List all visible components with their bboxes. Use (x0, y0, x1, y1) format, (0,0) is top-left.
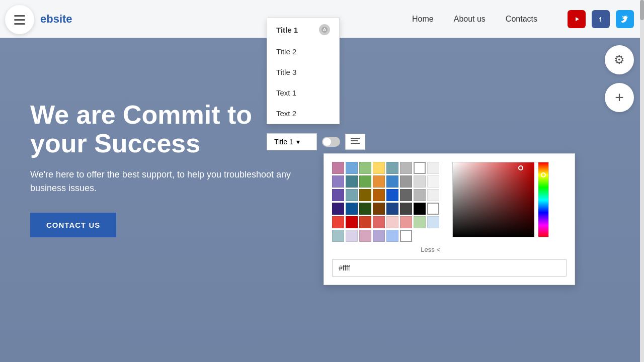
hex-color-input[interactable] (332, 259, 567, 277)
color-swatch[interactable] (359, 175, 371, 188)
color-swatch[interactable] (400, 230, 412, 242)
align-icon[interactable] (345, 134, 365, 150)
scrollbar[interactable] (640, 0, 644, 362)
contact-us-button[interactable]: CONTACT US (30, 213, 116, 237)
dropdown-item-title3[interactable]: Title 3 (267, 62, 339, 82)
color-swatch[interactable] (373, 175, 385, 188)
color-swatch[interactable] (346, 175, 358, 188)
color-swatch[interactable] (359, 162, 371, 174)
gradient-canvas[interactable] (452, 162, 549, 237)
dropdown-item-title1[interactable]: Title 1 (267, 18, 339, 41)
gradient-picker-section (452, 162, 553, 253)
color-swatch[interactable] (346, 162, 358, 174)
color-swatch[interactable] (386, 216, 398, 228)
color-swatch[interactable] (359, 189, 371, 201)
color-swatch[interactable] (373, 216, 385, 228)
color-swatch[interactable] (427, 189, 439, 201)
swatch-grid (332, 162, 440, 242)
color-swatch[interactable] (346, 189, 358, 201)
color-swatch[interactable] (332, 162, 344, 174)
color-swatch[interactable] (346, 230, 358, 242)
selected-style-label: Title 1 (274, 138, 293, 146)
color-swatch[interactable] (346, 216, 358, 228)
add-button[interactable]: + (605, 83, 634, 112)
color-swatch[interactable] (373, 230, 385, 242)
formatting-toolbar: Title 1 ▾ (267, 133, 365, 150)
plus-icon: + (615, 90, 624, 105)
hamburger-line-1 (14, 15, 25, 17)
dropdown-item-title2[interactable]: Title 2 (267, 41, 339, 62)
hamburger-line-2 (14, 19, 25, 21)
style-selector[interactable]: Title 1 ▾ (267, 133, 317, 150)
color-swatch[interactable] (332, 216, 344, 228)
color-swatch[interactable] (373, 162, 385, 174)
color-picker-panel: Less < (324, 153, 575, 285)
toggle-switch[interactable] (322, 137, 340, 147)
color-swatch[interactable] (400, 175, 412, 188)
color-swatch[interactable] (400, 189, 412, 201)
nav-home[interactable]: Home (412, 15, 434, 24)
color-swatch[interactable] (386, 162, 398, 174)
toggle-knob (323, 138, 331, 146)
dropdown-arrow-icon: ▾ (296, 138, 300, 146)
main-nav: Home About us Contacts f (412, 10, 634, 28)
gradient-dark-layer (453, 162, 534, 237)
nav-about[interactable]: About us (454, 15, 486, 24)
color-swatch[interactable] (400, 203, 412, 215)
dropdown-item-text1[interactable]: Text 1 (267, 82, 339, 103)
scrollbar-thumb[interactable] (640, 0, 644, 20)
color-swatch[interactable] (346, 203, 358, 215)
hamburger-button[interactable] (5, 5, 34, 34)
color-swatch[interactable] (414, 203, 426, 215)
color-swatch[interactable] (427, 203, 439, 215)
color-swatch[interactable] (359, 203, 371, 215)
color-picker-dot (518, 165, 523, 170)
hero-title: We are Commit to your Success (30, 101, 307, 158)
color-swatch[interactable] (427, 162, 439, 174)
color-swatch[interactable] (386, 203, 398, 215)
color-swatch[interactable] (386, 189, 398, 201)
swatch-section: Less < (332, 162, 440, 253)
hex-input-section (332, 253, 567, 277)
text-style-dropdown: Title 1 Title 2 Title 3 Text 1 Text 2 (267, 18, 340, 124)
color-swatch[interactable] (332, 189, 344, 201)
hamburger-line-3 (14, 23, 25, 25)
color-swatch[interactable] (427, 175, 439, 188)
color-swatch[interactable] (332, 203, 344, 215)
gear-button[interactable]: ⚙ (605, 45, 634, 74)
color-swatch[interactable] (427, 216, 439, 228)
color-swatch[interactable] (414, 189, 426, 201)
color-swatch[interactable] (386, 175, 398, 188)
gear-icon: ⚙ (614, 53, 625, 67)
color-swatch[interactable] (373, 203, 385, 215)
color-swatch[interactable] (359, 216, 371, 228)
color-swatch[interactable] (414, 216, 426, 228)
less-button[interactable]: Less < (332, 246, 440, 253)
color-swatch[interactable] (332, 230, 344, 242)
youtube-icon[interactable] (568, 10, 586, 28)
color-swatch[interactable] (373, 189, 385, 201)
nav-contacts[interactable]: Contacts (506, 15, 537, 24)
color-swatch[interactable] (400, 162, 412, 174)
rainbow-indicator (541, 172, 546, 177)
color-swatch[interactable] (332, 175, 344, 188)
color-swatch[interactable] (359, 230, 371, 242)
site-logo: ebsite (40, 13, 72, 26)
color-swatch[interactable] (400, 216, 412, 228)
twitter-icon[interactable] (616, 10, 634, 28)
dropdown-item-text2[interactable]: Text 2 (267, 103, 339, 124)
color-swatch[interactable] (414, 162, 426, 174)
color-swatch[interactable] (386, 230, 398, 242)
social-icons: f (568, 10, 634, 28)
hero-content: We are Commit to your Success We're here… (30, 101, 307, 237)
hero-subtitle: We're here to offer the best support, to… (30, 168, 307, 195)
title1-icon (319, 24, 330, 35)
color-swatch[interactable] (414, 175, 426, 188)
facebook-icon[interactable]: f (592, 10, 610, 28)
